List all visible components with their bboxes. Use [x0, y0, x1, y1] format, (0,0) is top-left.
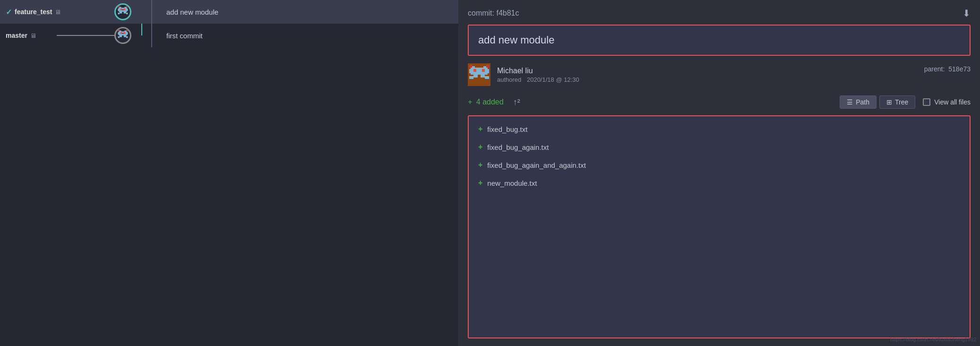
view-buttons: ☰ Path ⊞ Tree View all files	[840, 95, 971, 109]
author-meta: authored 2020/1/18 @ 12:30	[497, 76, 918, 83]
download-icon[interactable]: ⬇	[963, 8, 971, 19]
files-list-box: + fixed_bug.txt + fixed_bug_again.txt + …	[468, 115, 971, 338]
monitor-icon-master: 🖥	[30, 32, 36, 39]
svg-rect-48	[485, 76, 489, 79]
svg-rect-46	[481, 75, 485, 78]
stats-row: + 4 added ↑² ☰ Path ⊞ Tree View all file…	[468, 95, 971, 109]
branch-row-master[interactable]: master 🖥	[0, 24, 458, 47]
check-icon: ✓	[6, 8, 12, 17]
view-all-files-label[interactable]: View all files	[923, 98, 971, 106]
svg-rect-41	[469, 69, 489, 72]
added-count: + 4 added	[468, 98, 504, 106]
file-status-3: +	[478, 179, 482, 187]
svg-rect-3	[118, 6, 120, 8]
file-status-1: +	[478, 143, 482, 151]
svg-rect-28	[119, 34, 127, 36]
branch-name-master: master	[6, 32, 27, 39]
svg-rect-17	[120, 9, 122, 10]
svg-rect-13	[120, 12, 122, 14]
row-separator-master	[151, 24, 152, 47]
file-name-3: new_module.txt	[487, 179, 537, 187]
branch-label-area: ✓ feature_test 🖥	[0, 8, 95, 17]
view-all-checkbox[interactable]	[923, 98, 930, 106]
list-icon: ☰	[847, 98, 853, 106]
right-panel: commit: f4b81c ⬇ add new module	[458, 0, 980, 346]
graph-node-master	[95, 27, 151, 44]
authored-label: authored	[497, 76, 521, 83]
svg-rect-45	[473, 75, 478, 78]
commit-node-feature-test[interactable]	[114, 3, 131, 20]
svg-rect-34	[124, 32, 126, 34]
author-row: Michael liu authored 2020/1/18 @ 12:30 p…	[468, 63, 971, 86]
file-name-1: fixed_bug_again.txt	[487, 143, 549, 151]
file-status-2: +	[478, 161, 482, 169]
avatar-svg-feature-test	[116, 5, 129, 18]
commit-title-box: add new module	[468, 25, 971, 56]
svg-rect-36	[469, 65, 472, 68]
left-panel: ✓ feature_test 🖥	[0, 0, 458, 346]
tree-icon: ⊞	[886, 98, 892, 106]
svg-rect-49	[473, 69, 476, 72]
commit-message-master: first commit	[159, 32, 458, 40]
commit-node-master[interactable]	[114, 27, 131, 44]
svg-rect-30	[124, 35, 126, 37]
path-button[interactable]: ☰ Path	[840, 95, 877, 109]
svg-rect-31	[118, 36, 120, 38]
avatar-svg-master	[116, 29, 129, 42]
branch-row-feature-test[interactable]: ✓ feature_test 🖥	[0, 0, 458, 24]
svg-rect-19	[118, 30, 120, 32]
commit-hash: f4b81c	[496, 9, 519, 17]
svg-rect-44	[471, 72, 488, 75]
file-name-2: fixed_bug_again_and_again.txt	[487, 161, 586, 169]
branch-label-area-master: master 🖥	[0, 32, 95, 39]
svg-rect-33	[120, 32, 122, 34]
commit-title-text: add new module	[478, 34, 554, 46]
file-name-0: fixed_bug.txt	[487, 125, 527, 133]
commit-header-bar: commit: f4b81c ⬇	[468, 8, 971, 19]
author-avatar	[468, 63, 490, 86]
monitor-icon-feature-test: 🖥	[55, 9, 61, 16]
commit-id-label: commit: f4b81c	[468, 9, 519, 17]
sort-icon[interactable]: ↑²	[513, 97, 520, 107]
svg-rect-12	[119, 10, 127, 12]
parent-info: parent: 518e73	[924, 65, 971, 73]
commit-message-feature-test: add new module	[159, 8, 458, 16]
file-item-2[interactable]: + fixed_bug_again_and_again.txt	[469, 156, 970, 174]
graph-node-feature-test	[95, 3, 151, 20]
watermark: https://blog.csdn.net/liuxiaoheng1992	[890, 337, 976, 342]
svg-rect-20	[126, 30, 128, 32]
parent-hash: 518e73	[948, 65, 971, 73]
svg-rect-29	[120, 35, 122, 37]
svg-rect-50	[482, 69, 485, 72]
tree-button[interactable]: ⊞ Tree	[879, 95, 915, 109]
author-name: Michael liu	[497, 67, 918, 75]
svg-rect-32	[126, 36, 128, 38]
row-separator	[151, 0, 152, 24]
svg-rect-18	[124, 9, 126, 10]
svg-rect-37	[486, 65, 489, 68]
file-status-0: +	[478, 125, 482, 133]
file-item-0[interactable]: + fixed_bug.txt	[469, 120, 970, 138]
author-info: Michael liu authored 2020/1/18 @ 12:30	[497, 67, 918, 83]
svg-rect-16	[126, 13, 128, 15]
svg-rect-4	[126, 6, 128, 8]
svg-rect-14	[124, 12, 126, 14]
file-item-3[interactable]: + new_module.txt	[469, 174, 970, 192]
branch-name-feature-test: feature_test	[15, 8, 52, 16]
author-date: 2020/1/18 @ 12:30	[527, 76, 579, 83]
svg-rect-15	[118, 13, 120, 15]
svg-rect-47	[469, 76, 473, 79]
file-item-1[interactable]: + fixed_bug_again.txt	[469, 138, 970, 156]
